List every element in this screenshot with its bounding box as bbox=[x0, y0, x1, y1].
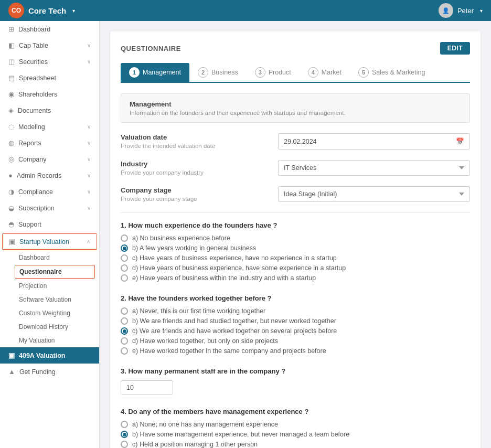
sidebar-item-cap-table[interactable]: ◧ Cap Table ∨ bbox=[0, 37, 99, 54]
tab-management-number: 1 bbox=[129, 67, 140, 78]
section-description: Information on the founders and their ex… bbox=[130, 110, 461, 116]
tab-market-label: Market bbox=[322, 69, 341, 76]
company-stage-desc: Provide your company stage bbox=[121, 196, 268, 202]
get-funding-icon: ▲ bbox=[8, 368, 15, 376]
q3-input[interactable] bbox=[121, 380, 173, 395]
q2-option-d[interactable]: d) Have worked together, but only on sid… bbox=[121, 337, 470, 345]
q2-radio-c[interactable] bbox=[121, 327, 128, 335]
q4-radio-b[interactable] bbox=[121, 431, 128, 438]
questionnaire-card: QUESTIONNAIRE EDIT 1 Management 2 Busine… bbox=[110, 31, 481, 448]
sidebar-item-dashboard[interactable]: ⊞ Dashboard bbox=[0, 21, 99, 37]
q4-option-a[interactable]: a) None; no one has any management exper… bbox=[121, 421, 470, 428]
q4-label-b: b) Have some management experience, but … bbox=[132, 431, 349, 438]
sidebar-item-documents[interactable]: ◈ Documents bbox=[0, 102, 99, 119]
q1-option-c[interactable]: c) Have years of business experience, ha… bbox=[121, 254, 470, 262]
startup-valuation-icon: ▣ bbox=[9, 238, 15, 246]
modeling-chevron-icon: ∨ bbox=[87, 124, 91, 130]
section-header: Management Information on the founders a… bbox=[121, 93, 470, 123]
company-stage-select[interactable]: Idea Stage (Initial) bbox=[278, 186, 470, 202]
compliance-icon: ◑ bbox=[8, 188, 14, 196]
q4-radio-a[interactable] bbox=[121, 421, 128, 428]
q1-radio-a[interactable] bbox=[121, 234, 128, 242]
q1-radio-b[interactable] bbox=[121, 244, 128, 252]
sidebar-sub-item-software-valuation[interactable]: Software Valuation bbox=[0, 293, 99, 306]
dashboard-icon: ⊞ bbox=[8, 25, 14, 33]
q2-option-c[interactable]: c) We are friends and have worked togeth… bbox=[121, 327, 470, 335]
software-valuation-label: Software Valuation bbox=[19, 296, 71, 303]
sidebar-sub-item-my-valuation[interactable]: My Valuation bbox=[0, 334, 99, 347]
admin-records-icon: ● bbox=[8, 172, 13, 179]
subscription-icon: ◒ bbox=[8, 204, 14, 212]
valuation-date-input[interactable]: 29.02.2024 📅 bbox=[278, 133, 470, 150]
q2-option-e[interactable]: e) Have worked together in the same comp… bbox=[121, 347, 470, 355]
sidebar-item-spreadsheet[interactable]: ▤ Spreadsheet bbox=[0, 70, 99, 86]
sidebar-sub-item-projection[interactable]: Projection bbox=[0, 279, 99, 293]
q1-radio-e[interactable] bbox=[121, 274, 128, 282]
sidebar-sub-item-questionnaire[interactable]: Questionnaire bbox=[15, 265, 95, 279]
q1-radio-c[interactable] bbox=[121, 254, 128, 262]
tab-product[interactable]: 3 Product bbox=[247, 63, 300, 82]
sidebar-item-securities[interactable]: ◫ Securities ∨ bbox=[0, 54, 99, 70]
main-layout: ⊞ Dashboard ◧ Cap Table ∨ ◫ Securities ∨… bbox=[0, 21, 491, 448]
custom-weighting-label: Custom Weighting bbox=[19, 310, 70, 317]
sidebar-item-startup-valuation[interactable]: ▣ Startup Valuation ∧ bbox=[2, 233, 97, 250]
tab-business[interactable]: 2 Business bbox=[189, 63, 247, 82]
avatar[interactable]: 👤 bbox=[439, 3, 453, 18]
sv-dashboard-label: Dashboard bbox=[19, 254, 50, 261]
sidebar-sub-item-download-history[interactable]: Download History bbox=[0, 320, 99, 334]
q2-radio-e[interactable] bbox=[121, 347, 128, 355]
q2-label-b: b) We are friends and had studied togeth… bbox=[132, 317, 336, 325]
sidebar-item-shareholders[interactable]: ◉ Shareholders bbox=[0, 86, 99, 102]
q2-label-e: e) Have worked together in the same comp… bbox=[132, 347, 326, 355]
sidebar-item-support[interactable]: ◓ Support bbox=[0, 216, 99, 232]
sidebar-item-get-funding[interactable]: ▲ Get Funding bbox=[0, 364, 99, 380]
q2-radio-d[interactable] bbox=[121, 337, 128, 345]
q4-option-c[interactable]: c) Held a position managing 1 other pers… bbox=[121, 441, 470, 448]
q1-option-d[interactable]: d) Have years of business experience, ha… bbox=[121, 264, 470, 272]
q4-option-b[interactable]: b) Have some management experience, but … bbox=[121, 431, 470, 438]
company-logo[interactable]: CO bbox=[8, 3, 24, 18]
q1-option-a[interactable]: a) No business experience before bbox=[121, 234, 470, 242]
question-2-block: 2. Have the founders worked together bef… bbox=[121, 294, 470, 355]
q2-option-b[interactable]: b) We are friends and had studied togeth… bbox=[121, 317, 470, 325]
sidebar-sub-item-sv-dashboard[interactable]: Dashboard bbox=[0, 251, 99, 264]
q1-label-d: d) Have years of business experience, ha… bbox=[132, 264, 346, 272]
sidebar-label-support: Support bbox=[18, 221, 41, 228]
sidebar-item-modeling[interactable]: ◌ Modeling ∨ bbox=[0, 119, 99, 135]
sidebar-item-409a[interactable]: ▣ 409A Valuation bbox=[0, 347, 99, 364]
tab-market[interactable]: 4 Market bbox=[300, 63, 350, 82]
user-chevron-icon[interactable]: ▾ bbox=[480, 8, 483, 14]
q2-radio-a[interactable] bbox=[121, 307, 128, 315]
q1-radio-d[interactable] bbox=[121, 264, 128, 272]
sidebar-sub-item-custom-weighting[interactable]: Custom Weighting bbox=[0, 306, 99, 320]
tab-sales-marketing-label: Sales & Marketing bbox=[372, 69, 425, 76]
sidebar-item-company[interactable]: ◎ Company ∨ bbox=[0, 151, 99, 167]
sidebar-item-compliance[interactable]: ◑ Compliance ∨ bbox=[0, 184, 99, 200]
edit-button[interactable]: EDIT bbox=[440, 42, 470, 55]
tab-product-label: Product bbox=[269, 69, 291, 76]
sidebar-item-admin-records[interactable]: ● Admin Records ∨ bbox=[0, 167, 99, 184]
tab-management[interactable]: 1 Management bbox=[121, 63, 189, 82]
q2-radio-b[interactable] bbox=[121, 317, 128, 325]
tab-management-label: Management bbox=[143, 69, 181, 76]
top-navigation: CO Core Tech ▾ 👤 Peter ▾ bbox=[0, 0, 491, 21]
question-2-title: 2. Have the founders worked together bef… bbox=[121, 294, 470, 302]
q4-radio-c[interactable] bbox=[121, 441, 128, 448]
sidebar-item-reports[interactable]: ◍ Reports ∨ bbox=[0, 135, 99, 151]
company-name: Core Tech bbox=[28, 6, 66, 15]
q2-option-a[interactable]: a) Never, this is our first time working… bbox=[121, 307, 470, 315]
company-chevron-icon[interactable]: ▾ bbox=[72, 8, 75, 14]
tab-business-number: 2 bbox=[198, 67, 208, 78]
sidebar-label-subscription: Subscription bbox=[18, 205, 55, 212]
spreadsheet-icon: ▤ bbox=[8, 74, 15, 82]
sidebar-item-subscription[interactable]: ◒ Subscription ∨ bbox=[0, 200, 99, 216]
q1-option-e[interactable]: e) Have years of business within the ind… bbox=[121, 274, 470, 282]
industry-select[interactable]: IT Services bbox=[278, 160, 470, 176]
question-3-block: 3. How many permanent staff are in the c… bbox=[121, 367, 470, 395]
securities-chevron-icon: ∨ bbox=[87, 59, 91, 65]
company-stage-field: Company stage Provide your company stage… bbox=[121, 186, 470, 202]
q1-option-b[interactable]: b) A few years working in general busine… bbox=[121, 244, 470, 252]
question-4-block: 4. Do any of the members have management… bbox=[121, 408, 470, 448]
tab-sales-marketing[interactable]: 5 Sales & Marketing bbox=[350, 63, 433, 82]
company-icon: ◎ bbox=[8, 155, 14, 163]
